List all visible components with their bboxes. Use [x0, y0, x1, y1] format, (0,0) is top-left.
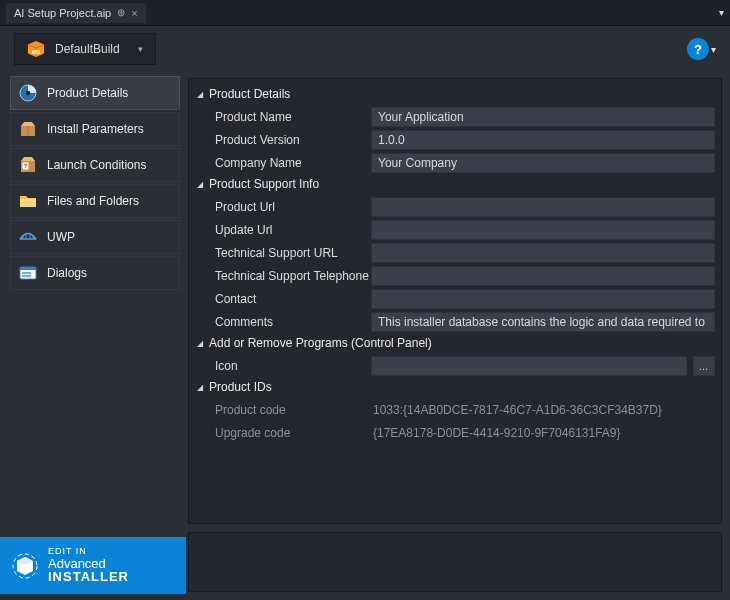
collapse-icon: ◢ — [197, 383, 203, 392]
value-product-code: 1033:{14AB0DCE-7817-46C7-A1D6-36C3CF34B3… — [371, 403, 715, 417]
group-header-support-info[interactable]: ◢Product Support Info — [195, 175, 715, 195]
label-update-url: Update Url — [195, 223, 371, 237]
edit-in-advanced-installer-button[interactable]: EDIT IN Advanced INSTALLER — [0, 537, 186, 594]
input-tech-support-url[interactable] — [371, 243, 715, 263]
label-comments: Comments — [195, 315, 371, 329]
property-grid: ◢Product Details Product Name Product Ve… — [188, 78, 722, 524]
label-company-name: Company Name — [195, 156, 371, 170]
help-button[interactable]: ? — [687, 38, 709, 60]
build-config-dropdown[interactable]: MSI DefaultBuild ▾ — [14, 33, 156, 65]
dialogs-icon — [19, 264, 37, 282]
main-content: ◢Product Details Product Name Product Ve… — [186, 72, 730, 600]
input-product-name[interactable] — [371, 107, 715, 127]
editin-line2: Advanced — [48, 557, 129, 571]
input-product-version[interactable] — [371, 130, 715, 150]
left-sidebar: Product Details Install Parameters ? Lau… — [0, 72, 186, 600]
label-product-url: Product Url — [195, 200, 371, 214]
sidebar-item-product-details[interactable]: Product Details — [10, 76, 180, 110]
sidebar-item-install-parameters[interactable]: Install Parameters — [10, 112, 180, 146]
svg-point-5 — [26, 91, 31, 96]
package-icon — [19, 120, 37, 138]
label-icon: Icon — [195, 359, 371, 373]
build-config-label: DefaultBuild — [55, 42, 120, 56]
sidebar-item-uwp[interactable]: UWP — [10, 220, 180, 254]
chevron-down-icon: ▾ — [138, 44, 143, 54]
advanced-installer-icon — [12, 553, 38, 579]
svg-marker-10 — [21, 157, 35, 161]
document-tab-bar: AI Setup Project.aip ⊕ × ▾ — [0, 0, 730, 26]
input-comments[interactable] — [371, 312, 715, 332]
group-header-arp[interactable]: ◢Add or Remove Programs (Control Panel) — [195, 334, 715, 354]
sidebar-item-files-and-folders[interactable]: Files and Folders — [10, 184, 180, 218]
svg-rect-13 — [20, 199, 36, 207]
label-tech-support-url: Technical Support URL — [195, 246, 371, 260]
label-contact: Contact — [195, 292, 371, 306]
collapse-icon: ◢ — [197, 180, 203, 189]
tabbar-menu-icon[interactable]: ▾ — [719, 7, 724, 18]
label-upgrade-code: Upgrade code — [195, 426, 371, 440]
svg-rect-20 — [20, 267, 36, 270]
pin-icon[interactable]: ⊕ — [117, 7, 125, 18]
browse-icon-button[interactable]: … — [693, 356, 715, 376]
document-tab[interactable]: AI Setup Project.aip ⊕ × — [6, 3, 146, 23]
input-contact[interactable] — [371, 289, 715, 309]
input-update-url[interactable] — [371, 220, 715, 240]
editin-line3: INSTALLER — [48, 570, 129, 584]
svg-text:?: ? — [24, 163, 28, 169]
group-header-product-ids[interactable]: ◢Product IDs — [195, 378, 715, 398]
input-company-name[interactable] — [371, 153, 715, 173]
label-product-code: Product code — [195, 403, 371, 417]
description-panel — [188, 532, 722, 592]
group-header-product-details[interactable]: ◢Product Details — [195, 85, 715, 105]
tab-title: AI Setup Project.aip — [14, 7, 111, 19]
help-menu-chevron[interactable]: ▾ — [711, 44, 716, 55]
collapse-icon: ◢ — [197, 339, 203, 348]
box-question-icon: ? — [19, 156, 37, 174]
sidebar-item-label: Files and Folders — [47, 194, 139, 208]
msi-box-icon: MSI — [27, 40, 45, 58]
sidebar-item-label: Dialogs — [47, 266, 87, 280]
icon-preview-slot — [371, 356, 687, 376]
sidebar-item-label: Product Details — [47, 86, 128, 100]
collapse-icon: ◢ — [197, 90, 203, 99]
bridge-icon — [19, 228, 37, 246]
sidebar-item-dialogs[interactable]: Dialogs — [10, 256, 180, 290]
sidebar-item-launch-conditions[interactable]: ? Launch Conditions — [10, 148, 180, 182]
sidebar-item-label: UWP — [47, 230, 75, 244]
input-product-url[interactable] — [371, 197, 715, 217]
label-product-name: Product Name — [195, 110, 371, 124]
label-product-version: Product Version — [195, 133, 371, 147]
svg-text:MSI: MSI — [32, 50, 40, 55]
label-tech-support-phone: Technical Support Telephone — [195, 269, 371, 283]
value-upgrade-code: {17EA8178-D0DE-4414-9210-9F7046131FA9} — [371, 426, 715, 440]
folder-icon — [19, 192, 37, 210]
sidebar-item-label: Launch Conditions — [47, 158, 146, 172]
close-icon[interactable]: × — [131, 7, 137, 19]
svg-marker-7 — [21, 122, 35, 126]
build-toolbar: MSI DefaultBuild ▾ ? ▾ — [0, 26, 730, 72]
sidebar-item-label: Install Parameters — [47, 122, 144, 136]
cd-icon — [19, 84, 37, 102]
input-tech-support-phone[interactable] — [371, 266, 715, 286]
